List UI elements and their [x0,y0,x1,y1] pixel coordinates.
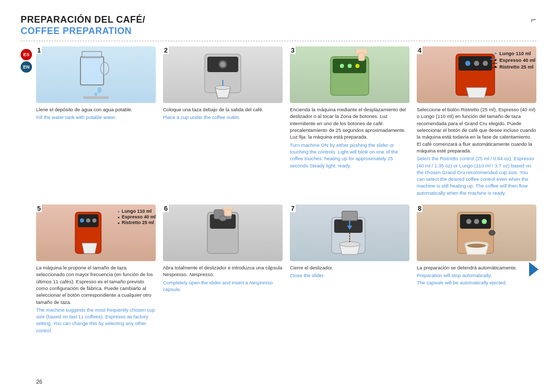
step-7-text-en: Close the slider. [290,272,409,279]
step-2-text-es: Coloque una taza debajo de la salida del… [163,106,283,113]
title-english: COFFEE PREPARATION [21,26,536,37]
svg-point-3 [97,87,102,93]
svg-point-16 [355,64,359,68]
step-6: 6 Abra totalmente el deslizador e introd… [163,204,283,334]
svg-rect-1 [82,52,102,58]
step-6-text-en: Completely open the slider and insert a … [163,279,283,293]
step-8-text-es: La preparación se detendrá automáticamen… [417,264,536,271]
divider [21,41,536,41]
step-number-4: 4 [417,46,422,54]
badge-en: EN [21,61,32,73]
step-8-image [417,204,536,261]
bullet-ristretto-5: Ristretto 25 ml [118,220,156,225]
svg-point-21 [465,61,470,66]
step-4-text-es: Seleccione el botón Ristretto (25 ml), E… [417,106,536,154]
svg-rect-5 [83,96,109,99]
step-8-svg [453,207,500,259]
svg-point-43 [339,242,360,247]
bottom-grid: 5 Lungo 110 ml Espresso 40 ml Ristretto … [36,204,536,334]
step-3-text-en: Turn machine ON by either pushing the sl… [290,142,409,169]
svg-point-48 [474,219,479,224]
step-3-text-es: Encienda la máquina mediante el desplaza… [290,106,409,140]
step-5: 5 Lungo 110 ml Espresso 40 ml Ristretto … [36,204,156,334]
svg-point-2 [101,62,109,75]
title-spanish: PREPARACIÓN DEL CAFÉ/ [21,14,536,26]
step-number-5: 5 [36,204,42,212]
step-6-image [163,204,283,261]
svg-point-14 [340,64,344,68]
svg-point-51 [467,244,486,248]
step-5-text-en: The machine suggests the most frequently… [36,306,156,334]
step-number-7: 7 [290,204,296,212]
svg-point-22 [474,61,479,66]
step-number-6: 6 [163,204,169,212]
svg-point-15 [348,64,352,68]
svg-rect-18 [358,53,365,61]
step-6-text-es: Abra totalmente el deslizador e introduz… [163,264,283,278]
svg-point-37 [219,216,226,221]
step-6-svg [200,207,246,259]
badge-es: ES [21,49,32,60]
step-4-text-en: Select the Ristretto control (25 ml / 0.… [417,155,536,196]
bullet-espresso-5: Espresso 40 ml [118,214,156,219]
svg-point-10 [215,86,231,90]
step-number-2: 2 [163,46,169,54]
svg-point-29 [80,218,84,223]
svg-point-9 [220,62,225,67]
bullet-espresso-4: Espresso 40 ml [494,57,535,63]
step-8-text-en: Preparation will stop automatically.The … [417,272,536,286]
step-3-svg [326,49,373,100]
step-2-image [163,46,283,103]
page: PREPARACIÓN DEL CAFÉ/ COFFEE PREPARATION… [0,0,557,392]
svg-rect-40 [342,211,357,220]
svg-point-49 [482,219,487,224]
step-2-text-en: Place a cup under the coffee outlet. [163,114,283,121]
top-grid: 1 Llene el depósito de agua con agua pot… [36,46,536,196]
svg-point-31 [92,218,96,223]
step-1-svg [73,49,119,100]
svg-point-52 [489,230,495,235]
step-1-image [36,46,156,103]
step-5-image: Lungo 110 ml Espresso 40 ml Ristretto 25… [36,204,156,261]
step-8: 8 La prepa [417,204,536,334]
step-4-svg [453,49,500,100]
step-2-svg [200,49,246,100]
step-number-8: 8 [417,204,422,212]
next-arrow [529,262,538,277]
svg-rect-0 [80,57,104,85]
svg-point-23 [483,61,488,66]
svg-point-30 [86,218,90,223]
header: PREPARACIÓN DEL CAFÉ/ COFFEE PREPARATION… [21,14,536,37]
bullet-ristretto-4: Ristretto 25 ml [494,64,535,70]
lang-badges: ES EN [21,49,32,73]
step-3-image [290,46,409,103]
step-7-image [290,204,409,261]
step-5-svg [73,207,119,259]
svg-point-4 [94,92,97,96]
step-number-3: 3 [290,46,296,54]
step-4: 4 [417,46,536,196]
step-4-bullets: Lungo 110 ml Espresso 40 ml Ristretto 25… [494,50,535,70]
step-5-text-es: La máquina le propone el tamaño de taza … [36,264,156,305]
step-1-text-en: Fill the water tank with potable water. [36,114,156,121]
corner-icon: ⌐ [531,14,536,25]
step-7-svg [326,207,373,259]
step-1: 1 Llene el depósito de agua con agua pot… [36,46,156,196]
page-number: 26 [36,379,42,385]
step-number-1: 1 [36,46,42,54]
svg-point-47 [466,219,471,224]
step-1-text-es: Llene el depósito de agua con agua potab… [36,106,156,113]
bullet-lungo-4: Lungo 110 ml [494,50,535,56]
step-2: 2 Coloque una taza debajo de la salida d… [163,46,283,196]
bullet-lungo-5: Lungo 110 ml [118,209,156,214]
step-7: 7 Cierre el deslizado [290,204,409,334]
step-7-text-es: Cierre el deslizador. [290,264,409,271]
step-4-image: Lungo 110 ml Espresso 40 ml Ristretto 25… [417,46,536,103]
svg-rect-36 [224,210,232,216]
step-5-bullets: Lungo 110 ml Espresso 40 ml Ristretto 25… [118,209,156,225]
step-3: 3 Encienda la máquina mediante el despla… [290,46,409,196]
